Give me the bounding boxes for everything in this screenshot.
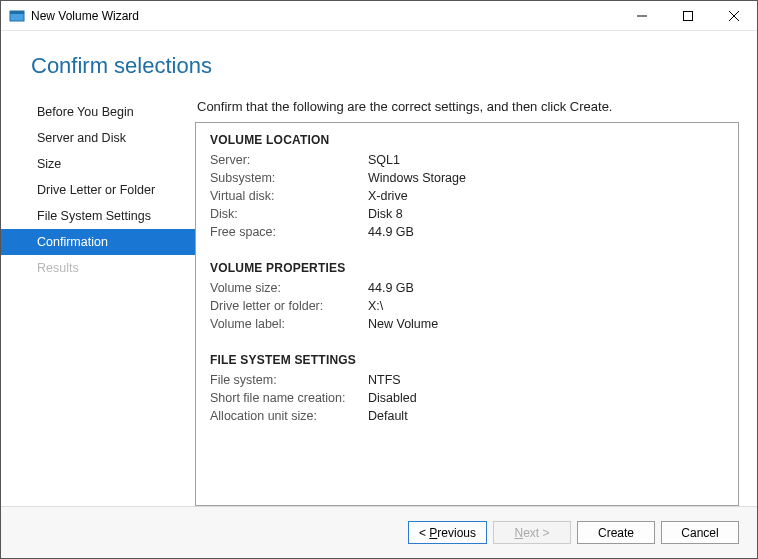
minimize-button[interactable]	[619, 1, 665, 30]
detail-row: Short file name creation:Disabled	[210, 389, 724, 407]
wizard-step-size[interactable]: Size	[1, 151, 195, 177]
detail-key: Short file name creation:	[210, 391, 368, 405]
previous-button[interactable]: < Previous	[408, 521, 487, 544]
titlebar: New Volume Wizard	[1, 1, 757, 31]
detail-value: Default	[368, 409, 408, 423]
detail-key: Virtual disk:	[210, 189, 368, 203]
details-pane: Confirm that the following are the corre…	[195, 93, 739, 506]
cancel-button[interactable]: Cancel	[661, 521, 739, 544]
detail-key: Free space:	[210, 225, 368, 239]
detail-row: Disk:Disk 8	[210, 205, 724, 223]
detail-key: Volume size:	[210, 281, 368, 295]
detail-key: Drive letter or folder:	[210, 299, 368, 313]
detail-key: Allocation unit size:	[210, 409, 368, 423]
detail-key: File system:	[210, 373, 368, 387]
wizard-step-confirmation[interactable]: Confirmation	[1, 229, 195, 255]
wizard-steps-sidebar: Before You BeginServer and DiskSizeDrive…	[1, 93, 195, 506]
detail-row: Volume label:New Volume	[210, 315, 724, 333]
app-icon	[9, 8, 25, 24]
detail-row: Volume size:44.9 GB	[210, 279, 724, 297]
main-area: Before You BeginServer and DiskSizeDrive…	[1, 93, 757, 506]
maximize-button[interactable]	[665, 1, 711, 30]
next-button: Next >	[493, 521, 571, 544]
detail-key: Volume label:	[210, 317, 368, 331]
detail-row: Server:SQL1	[210, 151, 724, 169]
detail-value: NTFS	[368, 373, 401, 387]
detail-row: Allocation unit size:Default	[210, 407, 724, 425]
wizard-step-before-you-begin[interactable]: Before You Begin	[1, 99, 195, 125]
detail-row: Drive letter or folder:X:\	[210, 297, 724, 315]
wizard-step-file-system-settings[interactable]: File System Settings	[1, 203, 195, 229]
instruction-text: Confirm that the following are the corre…	[197, 99, 739, 114]
detail-key: Disk:	[210, 207, 368, 221]
window-title: New Volume Wizard	[31, 9, 619, 23]
svg-rect-1	[10, 11, 24, 14]
section-title: FILE SYSTEM SETTINGS	[210, 353, 724, 367]
detail-value: X-drive	[368, 189, 408, 203]
svg-rect-3	[684, 11, 693, 20]
section-title: VOLUME LOCATION	[210, 133, 724, 147]
detail-row: File system:NTFS	[210, 371, 724, 389]
wizard-step-drive-letter-or-folder[interactable]: Drive Letter or Folder	[1, 177, 195, 203]
wizard-step-results: Results	[1, 255, 195, 281]
create-button[interactable]: Create	[577, 521, 655, 544]
detail-value: 44.9 GB	[368, 225, 414, 239]
detail-value: SQL1	[368, 153, 400, 167]
page-title: Confirm selections	[1, 31, 757, 93]
detail-value: X:\	[368, 299, 383, 313]
detail-value: Disk 8	[368, 207, 403, 221]
confirmation-details: VOLUME LOCATIONServer:SQL1Subsystem:Wind…	[195, 122, 739, 506]
window-controls	[619, 1, 757, 30]
close-button[interactable]	[711, 1, 757, 30]
section-title: VOLUME PROPERTIES	[210, 261, 724, 275]
content: Confirm selections Before You BeginServe…	[1, 31, 757, 558]
detail-row: Subsystem:Windows Storage	[210, 169, 724, 187]
detail-value: Windows Storage	[368, 171, 466, 185]
wizard-step-server-and-disk[interactable]: Server and Disk	[1, 125, 195, 151]
button-bar: < Previous Next > Create Cancel	[1, 506, 757, 558]
detail-row: Free space:44.9 GB	[210, 223, 724, 241]
detail-key: Server:	[210, 153, 368, 167]
detail-value: New Volume	[368, 317, 438, 331]
detail-value: Disabled	[368, 391, 417, 405]
detail-key: Subsystem:	[210, 171, 368, 185]
detail-value: 44.9 GB	[368, 281, 414, 295]
detail-row: Virtual disk:X-drive	[210, 187, 724, 205]
